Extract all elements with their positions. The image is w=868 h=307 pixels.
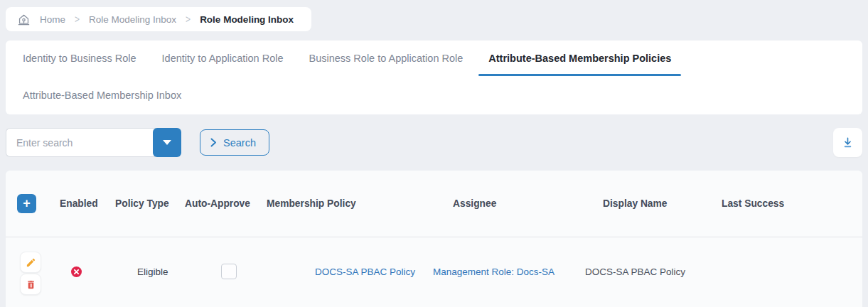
- tab-row-1: Identity to Business Role Identity to Ap…: [6, 41, 862, 76]
- caret-down-icon: [163, 140, 171, 145]
- search-input[interactable]: [6, 128, 156, 157]
- cell-policy-type: Eligible: [137, 266, 168, 278]
- column-header-enabled: Enabled: [60, 171, 98, 237]
- search-group: [6, 128, 181, 157]
- breadcrumb-item-role-modeling-inbox[interactable]: Role Modeling Inbox: [89, 14, 176, 25]
- tab-identity-to-application-role[interactable]: Identity to Application Role: [152, 41, 294, 76]
- breadcrumb-item-home[interactable]: Home: [40, 14, 65, 25]
- download-icon: [841, 136, 854, 149]
- search-dropdown-button[interactable]: [153, 128, 181, 157]
- policies-table: + Enabled Policy Type Auto-Approve Membe…: [6, 171, 862, 307]
- search-button-label: Search: [223, 137, 256, 149]
- chevron-right-icon: >: [75, 13, 80, 26]
- tab-attribute-based-membership-inbox[interactable]: Attribute-Based Membership Inbox: [13, 76, 191, 114]
- pencil-icon: [26, 257, 36, 268]
- cell-membership-policy-link[interactable]: DOCS-SA PBAC Policy: [315, 266, 415, 278]
- auto-approve-checkbox[interactable]: [221, 264, 237, 279]
- trash-icon: [26, 279, 36, 290]
- column-header-last-success: Last Success: [722, 171, 784, 237]
- column-header-membership-policy: Membership Policy: [267, 171, 356, 237]
- breadcrumb-item-current: Role Modeling Inbox: [200, 14, 294, 25]
- edit-row-button[interactable]: [20, 252, 41, 273]
- cell-display-name: DOCS-SA PBAC Policy: [585, 266, 685, 278]
- download-button[interactable]: [833, 128, 862, 157]
- tab-business-role-to-application-role[interactable]: Business Role to Application Role: [299, 41, 473, 76]
- chevron-right-icon: [210, 138, 217, 147]
- tabs-card: Identity to Business Role Identity to Ap…: [6, 41, 862, 114]
- tab-identity-to-business-role[interactable]: Identity to Business Role: [13, 41, 146, 76]
- chevron-right-icon: >: [186, 13, 191, 26]
- breadcrumb: Home > Role Modeling Inbox > Role Modeli…: [6, 7, 311, 31]
- add-policy-button[interactable]: +: [17, 194, 36, 213]
- delete-row-button[interactable]: [20, 274, 41, 295]
- home-icon[interactable]: [17, 13, 31, 26]
- search-button[interactable]: Search: [200, 129, 269, 156]
- cell-assignee-link[interactable]: Management Role: Docs-SA: [433, 266, 554, 278]
- column-header-display-name: Display Name: [603, 171, 668, 237]
- column-header-auto-approve: Auto-Approve: [185, 171, 250, 237]
- enabled-status-icon-disabled: [71, 266, 82, 280]
- table-header-divider: [6, 237, 862, 237]
- column-header-assignee: Assignee: [453, 171, 496, 237]
- column-header-policy-type: Policy Type: [115, 171, 169, 237]
- tab-attribute-based-membership-policies[interactable]: Attribute-Based Membership Policies: [478, 41, 681, 76]
- tab-row-2: Attribute-Based Membership Inbox: [6, 76, 862, 114]
